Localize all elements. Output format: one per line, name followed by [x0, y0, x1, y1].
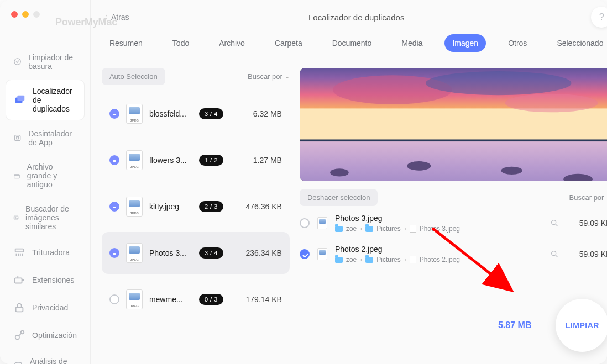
search-by-dropdown-left[interactable]: Buscar por ⌄ — [248, 72, 290, 81]
group-count-badge: 0 / 3 — [199, 294, 223, 305]
svg-point-15 — [426, 71, 572, 95]
magnify-icon[interactable] — [550, 219, 559, 228]
jpeg-thumbnail-icon: JPEG — [126, 104, 143, 124]
page-title: Localizador de duplicados — [308, 13, 404, 22]
sidebar-nav: Limpiador de basura Localizador de dupli… — [6, 46, 85, 364]
group-checkbox[interactable] — [109, 109, 119, 119]
group-row[interactable]: JPEG blossfeld... 3 / 4 6.32 MB — [102, 93, 290, 135]
duplicate-group-list: JPEG blossfeld... 3 / 4 6.32 MB JPEG flo… — [102, 93, 290, 320]
group-filename: flowers 3... — [149, 156, 192, 165]
sidebar-item-label: Buscador de imágenes similares — [25, 204, 77, 231]
search-by-dropdown-right[interactable]: Buscar por ⌄ — [569, 193, 607, 202]
undo-selection-button[interactable]: Deshacer seleccion — [300, 189, 378, 206]
shredder-icon — [13, 246, 25, 259]
maximize-window-icon — [33, 11, 40, 18]
duplicate-row[interactable]: Photos 2.jpeg zoe › Pictures › Photos 2.… — [300, 242, 607, 266]
group-size: 236.34 KB — [233, 249, 282, 257]
magnify-icon[interactable] — [550, 250, 559, 259]
group-checkbox[interactable] — [109, 294, 119, 304]
group-checkbox[interactable] — [109, 202, 119, 212]
sidebar-item-label: Trituradora — [32, 248, 70, 257]
sidebar-item-label: Extensiones — [32, 276, 74, 284]
group-count-badge: 3 / 4 — [199, 108, 223, 119]
svg-point-16 — [505, 94, 598, 113]
disk-icon — [13, 360, 23, 364]
group-checkbox[interactable] — [109, 155, 119, 165]
folder-icon — [335, 226, 343, 232]
sidebar: PowerMyMac Limpiador de basura Localizad… — [0, 0, 91, 364]
groups-panel: Auto Seleccion Buscar por ⌄ JPEG blossfe… — [102, 68, 290, 356]
tab-document[interactable]: Documento — [325, 34, 380, 52]
clean-button[interactable]: LIMPIAR — [556, 299, 607, 352]
group-row[interactable]: JPEG kitty.jpeg 2 / 3 476.36 KB — [102, 186, 290, 228]
lock-icon — [13, 302, 25, 314]
tab-file[interactable]: Archivo — [211, 34, 253, 52]
duplicate-filename: Photos 2.jpeg — [335, 245, 543, 254]
group-checkbox[interactable] — [109, 248, 119, 258]
svg-point-0 — [14, 59, 20, 65]
group-row[interactable]: JPEG mewme... 0 / 3 179.14 KB — [102, 278, 290, 320]
jpeg-mini-icon — [317, 217, 327, 229]
sidebar-item-optimization[interactable]: Optimización — [6, 323, 85, 348]
duplicate-checkbox[interactable] — [300, 249, 310, 259]
sidebar-item-large-old-files[interactable]: Archivo grande y antiguo — [6, 156, 85, 196]
duplicate-row[interactable]: Photos 3.jpeg zoe › Pictures › Photos 3.… — [300, 212, 607, 235]
broom-icon — [13, 56, 22, 68]
svg-point-25 — [552, 251, 556, 256]
sidebar-item-privacy[interactable]: Privacidad — [6, 295, 85, 320]
group-row[interactable]: JPEG flowers 3... 1 / 2 1.27 MB — [102, 139, 290, 181]
chevron-down-icon: ⌄ — [285, 73, 290, 80]
sidebar-item-shredder[interactable]: Trituradora — [6, 240, 85, 265]
svg-rect-9 — [16, 307, 23, 312]
minimize-window-icon[interactable] — [22, 11, 29, 18]
tab-other[interactable]: Otros — [500, 34, 535, 52]
sidebar-item-label: Optimización — [32, 331, 77, 340]
details-panel: Deshacer seleccion Buscar por ⌄ Photos 3… — [300, 68, 607, 356]
group-count-badge: 1 / 2 — [199, 155, 223, 166]
box-icon — [13, 170, 20, 182]
sidebar-item-junk-cleaner[interactable]: Limpiador de basura — [6, 46, 85, 77]
back-button[interactable]: 〈 Atras — [102, 13, 129, 22]
folder-icon — [335, 257, 343, 263]
svg-point-19 — [330, 168, 349, 176]
svg-rect-17 — [300, 139, 607, 141]
svg-rect-7 — [15, 249, 24, 252]
total-selected-size: 5.87 MB — [498, 320, 531, 330]
sidebar-item-similar-images[interactable]: Buscador de imágenes similares — [6, 198, 85, 238]
sidebar-item-app-uninstaller[interactable]: Desintalador de App — [6, 123, 85, 154]
duplicate-checkbox[interactable] — [300, 218, 310, 228]
sidebar-item-label: Desintalador de App — [28, 129, 77, 147]
group-size: 1.27 MB — [233, 156, 282, 165]
tab-selected[interactable]: Seleccionado — [549, 34, 607, 52]
group-filename: mewme... — [149, 295, 192, 304]
tab-image[interactable]: Imagen — [444, 34, 486, 52]
help-button[interactable]: ? — [591, 7, 607, 28]
sidebar-item-label: Localizador de duplicados — [33, 87, 76, 113]
group-row[interactable]: JPEG Photos 3... 3 / 4 236.34 KB — [102, 232, 290, 274]
sidebar-item-label: Análisis de disco — [30, 357, 77, 364]
chevron-left-icon: 〈 — [102, 13, 108, 22]
content-area: Auto Seleccion Buscar por ⌄ JPEG blossfe… — [91, 60, 607, 364]
app-icon — [13, 132, 22, 144]
tab-media[interactable]: Media — [394, 34, 430, 52]
back-label: Atras — [111, 13, 129, 22]
image-icon — [13, 212, 19, 224]
file-icon — [410, 256, 416, 263]
tab-folder[interactable]: Carpeta — [267, 34, 310, 52]
sidebar-item-duplicate-finder[interactable]: Localizador de duplicados — [6, 80, 85, 120]
tab-summary[interactable]: Resumen — [102, 34, 150, 52]
auto-select-button[interactable]: Auto Seleccion — [102, 68, 165, 85]
group-filename: kitty.jpeg — [149, 202, 192, 211]
close-window-icon[interactable] — [11, 11, 18, 18]
folders-icon — [14, 94, 26, 106]
rocket-icon — [13, 329, 25, 341]
extension-icon — [13, 274, 25, 286]
tab-all[interactable]: Todo — [165, 34, 197, 52]
group-size: 179.14 KB — [233, 295, 282, 304]
sidebar-item-extensions[interactable]: Extensiones — [6, 267, 85, 293]
topbar: 〈 Atras Localizador de duplicados ? — [91, 0, 607, 34]
sidebar-item-disk-analysis[interactable]: Análisis de disco — [6, 350, 85, 364]
jpeg-thumbnail-icon: JPEG — [126, 150, 143, 170]
folder-icon — [365, 226, 373, 232]
jpeg-mini-icon — [317, 248, 327, 260]
